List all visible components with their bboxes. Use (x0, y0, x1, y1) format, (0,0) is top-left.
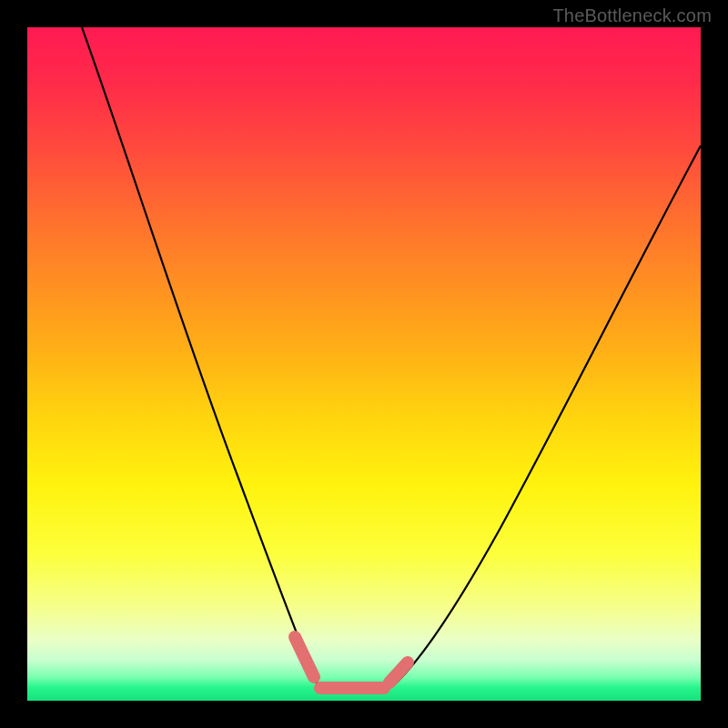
attribution-text: TheBottleneck.com (552, 5, 712, 26)
curve-layer (27, 27, 701, 701)
valley-markers (295, 637, 408, 688)
valley-seg-left (295, 637, 314, 677)
curve-left (82, 27, 318, 687)
curve-right (391, 146, 701, 687)
valley-seg-right (389, 662, 408, 682)
plot-area (27, 27, 701, 701)
chart-frame: TheBottleneck.com (0, 0, 728, 728)
